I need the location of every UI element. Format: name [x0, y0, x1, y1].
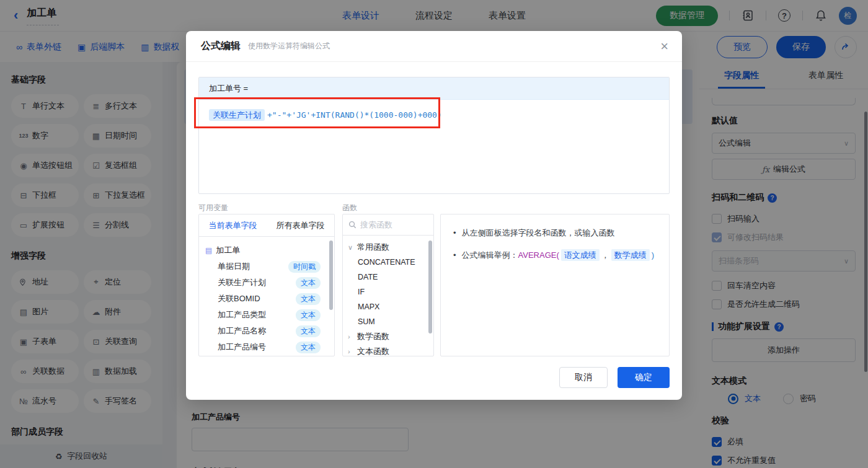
function-search-input[interactable] — [360, 220, 416, 229]
variable-row[interactable]: 关联BOMID文本 — [205, 291, 328, 307]
tip-line-2: • 公式编辑举例： AVERAGE( 语文成绩 ， 数学成绩 ) — [453, 249, 657, 262]
group-text-functions[interactable]: ›文本函数 — [348, 344, 428, 356]
chevron-down-icon: ∨ — [348, 244, 354, 252]
modal-header: 公式编辑 使用数学运算符编辑公式 — [186, 31, 682, 62]
field-variable-tag[interactable]: 关联生产计划 — [209, 109, 265, 121]
type-badge: 文本 — [296, 309, 321, 321]
bullet-icon: • — [453, 249, 456, 262]
formula-body[interactable]: 关联生产计划+"-"+'JG'+INT(RAND()*(1000-000)+00… — [199, 100, 669, 131]
example-field-tag: 语文成绩 — [561, 249, 600, 262]
function-search[interactable] — [343, 214, 433, 236]
function-item[interactable]: DATE — [348, 270, 428, 285]
tips-panel: • 从左侧面板选择字段名和函数，或输入函数 • 公式编辑举例： AVERAGE(… — [440, 214, 670, 356]
doc-icon: ▤ — [205, 246, 212, 255]
type-badge: 时间戳 — [288, 261, 321, 273]
group-common-functions[interactable]: ∨常用函数 — [348, 240, 428, 255]
modal-title: 公式编辑 — [201, 40, 241, 53]
close-icon[interactable]: × — [660, 40, 668, 53]
tab-all-form-fields[interactable]: 所有表单字段 — [267, 214, 334, 236]
variables-scrollbar[interactable] — [329, 241, 333, 310]
example-field-tag: 数学成绩 — [611, 249, 650, 262]
group-math-functions[interactable]: ›数学函数 — [348, 329, 428, 344]
formula-code: +"-"+'JG'+INT(RAND()*(1000-000)+000) — [267, 110, 442, 120]
variables-label: 可用变量 — [198, 203, 228, 213]
function-item[interactable]: CONCATENATE — [348, 255, 428, 270]
type-badge: 文本 — [296, 277, 321, 289]
variable-row[interactable]: 加工产品名称文本 — [205, 323, 328, 339]
app-root: ‹ 加工单 表单设计 流程设定 表单设置 数据管理 ? — [0, 0, 868, 468]
formula-editor[interactable]: 加工单号 = 关联生产计划+"-"+'JG'+INT(RAND()*(1000-… — [198, 77, 670, 194]
formula-target: 加工单号 = — [199, 77, 669, 100]
modal-subtitle: 使用数学运算符编辑公式 — [248, 41, 330, 51]
confirm-button[interactable]: 确定 — [618, 367, 670, 388]
functions-label: 函数 — [342, 203, 357, 213]
functions-list: ∨常用函数 CONCATENATE DATE IF MAPX SUM ›数学函数… — [343, 236, 433, 356]
cancel-button[interactable]: 取消 — [559, 367, 608, 388]
chevron-right-icon: › — [348, 348, 354, 355]
type-badge: 文本 — [296, 293, 321, 305]
variable-row[interactable]: 单据日期时间戳 — [205, 258, 328, 275]
type-badge: 文本 — [296, 325, 321, 337]
bullet-icon: • — [453, 227, 456, 239]
formula-edit-modal: 公式编辑 使用数学运算符编辑公式 × 加工单号 = 关联生产计划+"-"+'JG… — [186, 31, 682, 400]
tip-line-1: • 从左侧面板选择字段名和函数，或输入函数 — [453, 227, 657, 239]
function-item[interactable]: SUM — [348, 314, 428, 329]
tab-current-form-fields[interactable]: 当前表单字段 — [199, 214, 267, 236]
functions-scrollbar[interactable] — [428, 241, 432, 333]
chevron-right-icon: › — [348, 333, 354, 340]
function-item[interactable]: IF — [348, 285, 428, 299]
form-node[interactable]: ▤ 加工单 — [205, 242, 328, 258]
type-badge: 文本 — [296, 342, 321, 353]
functions-panel: ∨常用函数 CONCATENATE DATE IF MAPX SUM ›数学函数… — [342, 214, 434, 356]
search-icon — [348, 221, 356, 229]
variable-row[interactable]: 加工产品编号文本 — [205, 339, 328, 355]
variables-tree: ▤ 加工单 单据日期时间戳 关联生产计划文本 关联BOMID文本 加工产品类型文… — [199, 237, 334, 355]
modal-footer: 取消 确定 — [559, 367, 670, 388]
function-item[interactable]: MAPX — [348, 299, 428, 314]
variables-panel: 当前表单字段 所有表单字段 ▤ 加工单 单据日期时间戳 关联生产计划文本 关联B… — [198, 214, 335, 356]
variable-row[interactable]: 加工产品类型文本 — [205, 307, 328, 323]
variable-row[interactable]: 关联生产计划文本 — [205, 275, 328, 291]
